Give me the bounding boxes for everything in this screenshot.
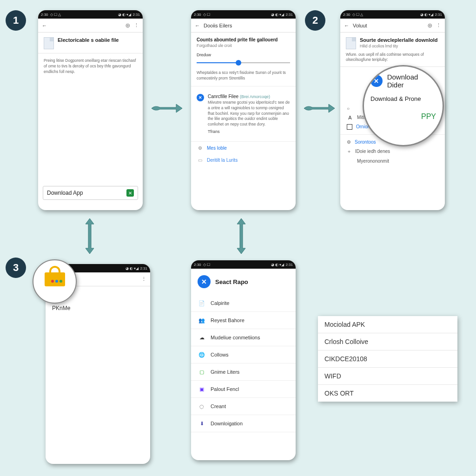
phone-screen-5: 2:30◇ ☐ ◕ ◐ ▾◢ 2:31 ✕ Seact Rapo 📄Calpir…	[191, 260, 296, 460]
status-bar: 2:30◇ ☐ ◕ ◐ ▾◢ 2:31	[191, 10, 296, 19]
list-item[interactable]: ＋IDoie iedh denes	[340, 146, 445, 157]
lock-icon	[45, 266, 65, 286]
magnifier-tag: PPY	[421, 112, 436, 121]
menu-item[interactable]: CIKDCE20108	[318, 350, 457, 368]
link-row[interactable]: ▭ Deritilt la Lurits	[191, 154, 296, 166]
back-icon[interactable]: ←	[344, 23, 349, 28]
magnifier-subtitle: Download & Prone	[370, 95, 421, 102]
plus-icon: ＋	[347, 148, 351, 155]
more-icon[interactable]: ⋮	[436, 22, 441, 28]
settings-item[interactable]: ☁Mudeliue conmetiions	[191, 329, 296, 346]
dropdown-menu: Mociolad APK Crlosh Colloive CIKDCE20108…	[318, 316, 457, 402]
description-text: Preing litise Dogporent oneillarg etar r…	[44, 58, 137, 75]
magnifier-lock	[33, 259, 77, 304]
close-icon: ✕	[198, 275, 211, 288]
app-bar: ← Voluut ◎ ⋮	[340, 19, 445, 33]
description-text: Wlure. ous uepll nf alis cothinse wmoque…	[346, 52, 439, 63]
chat-icon: ▢	[198, 368, 206, 376]
doc-icon: 📄	[198, 299, 206, 307]
gear-icon: ⚙	[347, 139, 351, 145]
link-row[interactable]: ⚙ Mes loble	[191, 141, 296, 154]
close-icon: ✕	[197, 94, 204, 101]
menu-item[interactable]: WIFD	[318, 368, 457, 385]
download-app-label: Download App	[47, 190, 83, 196]
status-bar: 2:30◇ ☐ ◕ ◐ ▾◢ 2:31	[191, 260, 296, 269]
phone-screen-1: 2:30◇ ☐ △ ◕ ◐ ▾◢ 2:31 ← ◎ ⋮ Electoricabl…	[38, 10, 143, 210]
settings-item[interactable]: 👥Reyest Bahore	[191, 312, 296, 329]
status-bar: 2:30◇ ☐ △ ◕ ◐ ▾◢ 2:31	[38, 10, 143, 19]
circle-icon: ◌	[198, 402, 206, 410]
chat-icon[interactable]: ◎	[126, 22, 130, 28]
app-bar: ← Dooiis Eilers	[191, 19, 296, 33]
section-heading: Counts aboumted prite file gallouerd	[197, 37, 290, 42]
list-item: Myeronononmit	[340, 157, 445, 165]
chat-icon[interactable]: ◎	[428, 22, 432, 28]
slider-note: Wheptaldes a sco retiy’t fisidoine Sunsn…	[197, 70, 290, 81]
file-icon	[44, 37, 54, 49]
slider-label: Dreduw	[197, 53, 290, 57]
appbar-title: Dooiis Eilers	[204, 23, 232, 28]
check-icon: ✕	[126, 189, 134, 197]
globe-icon: 🌐	[198, 350, 206, 359]
settings-item[interactable]: 🌐Collows	[191, 346, 296, 364]
step-badge-3: 3	[6, 258, 26, 278]
magnifier-callout: ✕ Download Dider Download & Prone PPY	[363, 65, 444, 146]
step-badge-2: 2	[305, 10, 325, 31]
people-icon: 👥	[198, 316, 206, 324]
section-sub: Forgothaod ule croit	[197, 43, 290, 48]
settings-item[interactable]: ▢Gnime Liters	[191, 364, 296, 381]
menu-item[interactable]: Mociolad APK	[318, 316, 457, 333]
more-icon[interactable]: ⋮	[141, 276, 146, 282]
arrow-right-icon	[303, 101, 336, 115]
back-icon[interactable]: ←	[42, 23, 47, 28]
download-app-button[interactable]: Download App ✕	[43, 186, 138, 200]
settings-item[interactable]: ▣Palout Fencl	[191, 381, 296, 398]
item-link[interactable]: Tfrans	[208, 129, 220, 134]
appbar-title: Voluut	[353, 23, 367, 28]
magnifier-title: Download Dider	[387, 73, 436, 89]
more-icon[interactable]: ⋮	[134, 22, 139, 28]
status-bar: 2:30◇ ☐ △ ◕ ◐ ▾◢ 2:31	[340, 10, 445, 19]
page-title: Sourte dewcleplerlalle downlold	[360, 37, 437, 43]
list-item[interactable]: ✕ Canrcfille Filee (Brei Amorcoqe) Miivu…	[197, 91, 290, 137]
step-badge-1: 1	[6, 10, 26, 31]
back-icon[interactable]: ←	[195, 23, 200, 28]
settings-item[interactable]: ◌Creant	[191, 398, 296, 415]
slider[interactable]	[197, 60, 290, 66]
settings-list: 📄Calpirite 👥Reyest Bahore ☁Mudeliue conm…	[191, 295, 296, 432]
pencil-icon: ▣	[198, 385, 206, 393]
box-icon: ▭	[197, 157, 203, 163]
cloud-icon: ☁	[198, 333, 206, 342]
settings-item[interactable]: ⬇Downloigation	[191, 415, 296, 432]
arrow-vertical-icon	[83, 218, 97, 255]
item-description: Miivutre sreame gcotsi you idperitoicd’c…	[208, 100, 290, 127]
download-icon: ⬇	[198, 419, 206, 428]
arrow-vertical-icon	[234, 218, 248, 255]
menu-item[interactable]: OKS ORT	[318, 385, 457, 402]
app-bar: ← ◎ ⋮	[38, 19, 143, 33]
arrow-right-icon	[151, 101, 183, 115]
file-icon	[346, 37, 356, 49]
square-icon	[347, 124, 352, 130]
gear-icon: ⚙	[197, 145, 203, 151]
menu-item[interactable]: Crlosh Colloive	[318, 333, 457, 350]
page-subtitle: Hilid d ocolios lrnd tity	[360, 44, 437, 48]
settings-title: Seact Rapo	[215, 278, 248, 285]
page-title: Electoricable s oabiie file	[58, 37, 119, 43]
settings-item[interactable]: 📄Calpirite	[191, 295, 296, 312]
phone-screen-2: 2:30◇ ☐ ◕ ◐ ▾◢ 2:31 ← Dooiis Eilers Coun…	[191, 10, 296, 210]
settings-header: ✕ Seact Rapo	[191, 269, 296, 295]
